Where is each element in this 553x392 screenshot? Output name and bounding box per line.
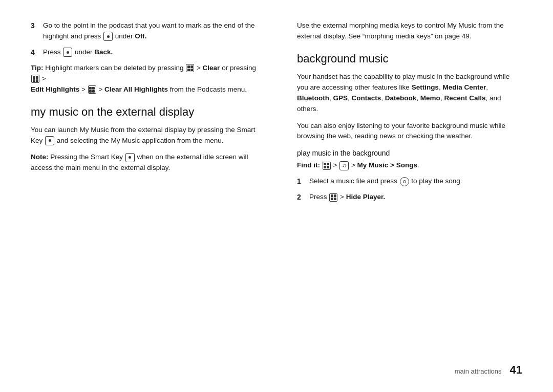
comma2: , bbox=[486, 83, 488, 91]
step-3-number: 3 bbox=[31, 20, 39, 42]
bold-recent-calls: Recent Calls bbox=[444, 94, 485, 102]
right-step-2: 2 Press > Hide Player. bbox=[297, 192, 522, 203]
section-heading-external: my music on the external display bbox=[31, 105, 256, 119]
right-step-2-content: Press > Hide Player. bbox=[309, 192, 522, 203]
footer: main attractions 41 bbox=[455, 363, 522, 377]
tip-text2: or pressing bbox=[222, 64, 256, 72]
comma6: , bbox=[416, 94, 420, 102]
bg-music-para-2: You can also enjoy listening to your fav… bbox=[297, 121, 522, 142]
right-step-1-content: Select a music file and press to play th… bbox=[309, 176, 522, 187]
key-grid-icon-1 bbox=[186, 64, 194, 72]
circle-play-icon bbox=[400, 177, 409, 186]
tip-arrow4: > bbox=[98, 85, 104, 93]
footer-page: 41 bbox=[510, 363, 522, 377]
right-step-1: 1 Select a music file and press to play … bbox=[297, 176, 522, 187]
key-grid-step2 bbox=[329, 193, 337, 202]
tip-arrow2: > bbox=[42, 75, 46, 82]
right-step-2-number: 2 bbox=[297, 192, 305, 203]
circle-inner bbox=[403, 180, 406, 183]
find-it-block: Find it: > ♫ > My Music > Songs. bbox=[297, 160, 522, 171]
find-it-path: My Music > Songs bbox=[357, 161, 417, 169]
section-para-1: You can launch My Music from the externa… bbox=[31, 125, 256, 146]
step-3-off: Off. bbox=[135, 32, 146, 40]
comma4: , bbox=[348, 94, 352, 102]
left-column: 3 Go to the point in the podcast that yo… bbox=[31, 20, 266, 372]
tip-edit-highlights: Edit Highlights bbox=[31, 85, 79, 93]
comma5: , bbox=[381, 94, 385, 102]
bold-gps: GPS bbox=[333, 94, 348, 102]
footer-label: main attractions bbox=[455, 367, 502, 375]
find-it-label: Find it: bbox=[297, 161, 320, 169]
key-grid-find-1 bbox=[323, 162, 331, 170]
step-4-text1: Press bbox=[43, 48, 62, 56]
bold-datebook: Datebook bbox=[385, 94, 417, 102]
right-step-1-text2: to play the song. bbox=[411, 177, 462, 185]
bold-contacts: Contacts bbox=[352, 94, 381, 102]
right-step-1-text1: Select a music file and press bbox=[309, 177, 399, 185]
intro-para: Use the external morphing media keys to … bbox=[297, 20, 522, 42]
note-label: Note: bbox=[31, 153, 49, 161]
smart-key-icon-2 bbox=[125, 153, 135, 162]
tip-label: Tip: bbox=[31, 64, 44, 72]
right-step-2-arrow: > bbox=[340, 193, 346, 201]
note-block: Note: Pressing the Smart Key when on the… bbox=[31, 152, 256, 173]
step-4-back: Back. bbox=[94, 48, 113, 56]
smart-key-icon-1 bbox=[45, 136, 54, 145]
key-dot-icon-back bbox=[63, 48, 72, 57]
bold-settings: Settings bbox=[412, 83, 439, 91]
step-3-content: Go to the point in the podcast that you … bbox=[43, 20, 256, 42]
bg-music-para-1: Your handset has the capability to play … bbox=[297, 72, 522, 115]
tip-text3: from the Podcasts menu. bbox=[170, 85, 247, 93]
find-it-arrow2: > bbox=[351, 161, 357, 169]
tip-arrow1: > bbox=[197, 64, 203, 72]
page-container: 3 Go to the point in the podcast that yo… bbox=[0, 0, 553, 392]
tip-block: Tip: Highlight markers can be deleted by… bbox=[31, 63, 256, 95]
bold-bluetooth: Bluetooth bbox=[297, 94, 329, 102]
step-3-under: under bbox=[115, 32, 135, 40]
step-3: 3 Go to the point in the podcast that yo… bbox=[31, 20, 256, 42]
key-dot-icon-off bbox=[103, 32, 113, 41]
bold-memo: Memo bbox=[420, 94, 440, 102]
step-4-under: under bbox=[75, 48, 94, 56]
sub-heading-play-music: play music in the background bbox=[297, 149, 522, 157]
tip-clear-all: Clear All Highlights bbox=[104, 85, 168, 93]
section-heading-bg-music: background music bbox=[297, 52, 522, 66]
step-4-content: Press under Back. bbox=[43, 47, 256, 58]
right-column: Use the external morphing media keys to … bbox=[287, 20, 522, 372]
tip-arrow3: > bbox=[81, 85, 88, 93]
step-4: 4 Press under Back. bbox=[31, 47, 256, 58]
tip-clear: Clear bbox=[203, 64, 220, 72]
find-it-period: . bbox=[417, 161, 419, 169]
note-text1: Pressing the Smart Key bbox=[50, 153, 125, 161]
right-step-2-text1: Press bbox=[309, 193, 329, 201]
right-step-1-number: 1 bbox=[297, 176, 305, 187]
right-step-2-bold: Hide Player. bbox=[346, 193, 386, 201]
key-grid-icon-3 bbox=[88, 85, 96, 94]
step-3-text1: Go to the point in the podcast that you … bbox=[43, 21, 255, 40]
bold-media-center: Media Center bbox=[442, 83, 486, 91]
comma3: , bbox=[329, 94, 333, 102]
key-grid-icon-2 bbox=[31, 75, 39, 83]
tip-text1: Highlight markers can be deleted by pres… bbox=[45, 64, 185, 72]
music-note-icon: ♫ bbox=[339, 161, 349, 170]
find-it-arrow1: > bbox=[333, 161, 339, 169]
step-4-number: 4 bbox=[31, 47, 39, 58]
section-para-1-text2: and selecting the My Music application f… bbox=[57, 137, 224, 144]
